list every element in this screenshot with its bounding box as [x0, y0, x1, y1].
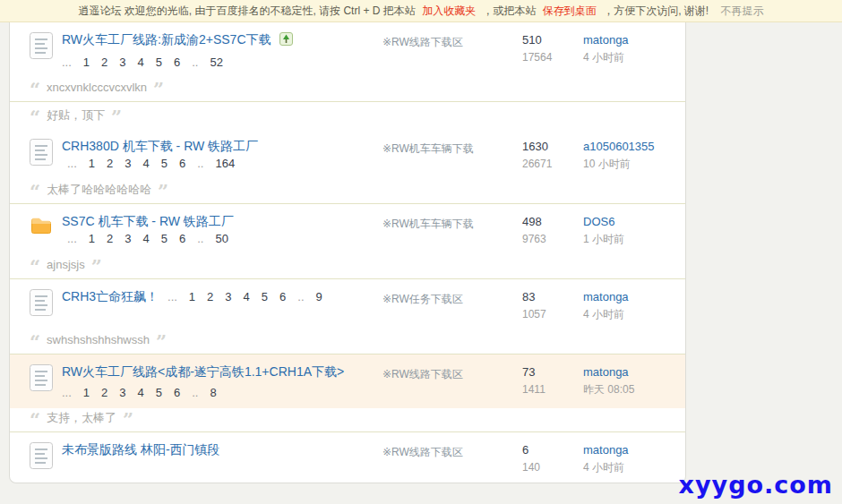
page-link[interactable]: 3: [125, 157, 131, 170]
page-link[interactable]: 1: [189, 290, 195, 303]
quote-close-icon: ”: [111, 106, 122, 128]
thread-title-line: 未布景版路线 林阳-西门镇段: [62, 441, 220, 458]
author-link[interactable]: matonga: [583, 288, 678, 305]
category-cell: ※RW线路下载区: [382, 441, 522, 461]
author-link[interactable]: DOS6: [583, 213, 678, 230]
thread-title-link[interactable]: CRH380D 机车下载 - RW 铁路工厂: [62, 139, 258, 153]
page-link[interactable]: 6: [179, 157, 185, 170]
page-link[interactable]: 4: [143, 232, 150, 245]
counts-cell: 731411: [522, 363, 583, 398]
thread-title-link[interactable]: RW火车工厂线路<成都-遂宁高铁1.1+CRH1A下载>: [62, 364, 344, 379]
view-count: 1057: [522, 306, 583, 323]
notice-banner: 逍遥论坛 欢迎您的光临, 由于百度排名的不稳定性, 请按 Ctrl + D 把本…: [0, 0, 842, 22]
thread-title-link[interactable]: RW火车工厂线路:新成渝2+SS7C下载: [62, 32, 271, 47]
reply-preview-text: swhshshshhshwssh: [47, 333, 150, 346]
dismiss-notice-link[interactable]: 不再提示: [721, 4, 764, 17]
document-icon: [30, 364, 53, 401]
page-link[interactable]: 3: [119, 56, 125, 69]
forum-category-link[interactable]: ※RW线路下载区: [382, 36, 463, 48]
thread-main-cell: RW火车工厂线路:新成渝2+SS7C下载 ...123456..52: [30, 31, 382, 71]
view-count: 1411: [522, 381, 583, 398]
page-link[interactable]: 4: [244, 290, 250, 303]
counts-cell: 6140: [522, 441, 583, 476]
thread-group: CRH3亡命狂飙！ ...123456..9 ※RW任务下载区 831057 m…: [10, 279, 685, 355]
reply-preview-text: 支持，太棒了: [47, 411, 116, 424]
thread-main-cell: SS7C 机车下载 - RW 铁路工厂 ...123456..50: [30, 213, 382, 247]
page-link[interactable]: 2: [107, 232, 113, 245]
page-link[interactable]: 5: [161, 157, 168, 170]
view-count: 9763: [522, 231, 583, 248]
category-cell: ※RW任务下载区: [382, 288, 522, 308]
author-link[interactable]: matonga: [583, 441, 678, 458]
thread-row: SS7C 机车下载 - RW 铁路工厂 ...123456..50 ※RW机车车…: [10, 204, 685, 255]
thread-title-line: CRH380D 机车下载 - RW 铁路工厂 ...123456..164: [62, 138, 382, 172]
page-link[interactable]: 5: [156, 386, 162, 399]
thread-pagination: ...123456..164: [67, 156, 235, 170]
banner-text-after: ，方便下次访问, 谢谢!: [603, 4, 709, 17]
pager-ellipsis: ...: [67, 232, 77, 245]
page-link[interactable]: 3: [225, 290, 231, 303]
banner-text-middle: ，或把本站: [482, 4, 536, 17]
forum-category-link[interactable]: ※RW机车车辆下载: [382, 218, 474, 230]
page-link[interactable]: 1: [83, 56, 90, 69]
forum-category-link[interactable]: ※RW机车车辆下载: [382, 142, 474, 155]
page-link[interactable]: 5: [262, 290, 268, 303]
page-link[interactable]: 6: [174, 386, 180, 399]
page-link-last[interactable]: 9: [316, 290, 322, 303]
post-time: 1 小时前: [583, 231, 678, 248]
thread-title-link[interactable]: SS7C 机车下载 - RW 铁路工厂: [62, 214, 234, 228]
page-link[interactable]: 2: [101, 56, 107, 69]
pager-gap: ..: [197, 232, 203, 245]
page-link[interactable]: 2: [207, 290, 213, 303]
pager-ellipsis: ...: [67, 157, 77, 170]
page-link[interactable]: 1: [83, 386, 90, 399]
thread-title-link[interactable]: CRH3亡命狂飙！: [62, 289, 159, 303]
add-to-favorites-link[interactable]: 加入收藏夹: [422, 4, 476, 17]
page-link[interactable]: 1: [89, 157, 95, 170]
reply-preview-text: 好贴，顶下: [47, 108, 105, 122]
quote-close-icon: ”: [158, 180, 168, 202]
page-link[interactable]: 5: [161, 232, 168, 245]
page-link[interactable]: 3: [125, 232, 131, 245]
page-link[interactable]: 6: [179, 232, 185, 245]
forum-category-link[interactable]: ※RW线路下载区: [382, 446, 463, 458]
thread-title-block: CRH380D 机车下载 - RW 铁路工厂 ...123456..164: [62, 138, 382, 172]
thread-pagination: ...123456..8: [62, 384, 344, 401]
category-cell: ※RW线路下载区: [382, 363, 522, 383]
author-link[interactable]: matonga: [583, 31, 678, 48]
thread-title-line: SS7C 机车下载 - RW 铁路工厂 ...123456..50: [62, 213, 382, 247]
page-link[interactable]: 6: [279, 290, 286, 303]
thread-pagination: ...123456..9: [168, 289, 322, 303]
page-link[interactable]: 2: [107, 157, 113, 170]
thread-main-cell: RW火车工厂线路<成都-遂宁高铁1.1+CRH1A下载> ...123456..…: [30, 363, 382, 401]
save-to-desktop-link[interactable]: 保存到桌面: [543, 4, 597, 17]
page-link[interactable]: 1: [89, 232, 95, 245]
site-watermark: xyygo.com: [679, 471, 833, 499]
forum-category-link[interactable]: ※RW任务下载区: [382, 293, 463, 305]
reply-count: 73: [522, 363, 583, 380]
page-link[interactable]: 5: [156, 56, 162, 69]
page-link[interactable]: 3: [119, 386, 125, 399]
reply-preview-text: ajnsjsjs: [47, 258, 85, 271]
thread-title-link[interactable]: 未布景版路线 林阳-西门镇段: [62, 442, 220, 457]
document-icon: [30, 289, 53, 320]
lastpost-cell: matonga4 小时前: [583, 288, 678, 323]
thread-list-panel: RW火车工厂线路:新成渝2+SS7C下载 ...123456..52 ※RW线路…: [9, 22, 686, 483]
thread-pagination: ...123456..52: [62, 54, 293, 71]
author-link[interactable]: a1050601355: [583, 138, 678, 155]
page-link[interactable]: 6: [174, 56, 180, 69]
pager-gap: ..: [192, 386, 198, 399]
page-link[interactable]: 4: [138, 386, 144, 399]
page-link-last[interactable]: 164: [215, 157, 235, 170]
page-link-last[interactable]: 8: [210, 386, 216, 399]
reply-count: 510: [522, 31, 583, 48]
page-link[interactable]: 4: [138, 56, 144, 69]
page-link-last[interactable]: 52: [210, 56, 222, 69]
page-link[interactable]: 4: [143, 157, 150, 170]
forum-category-link[interactable]: ※RW线路下载区: [382, 368, 463, 380]
author-link[interactable]: matonga: [583, 363, 678, 380]
reply-preview-row: “xncxvnklcccvcxvlkn”: [10, 78, 685, 101]
page-link-last[interactable]: 50: [215, 232, 228, 245]
page-link[interactable]: 2: [101, 386, 107, 399]
document-icon: [30, 32, 53, 71]
